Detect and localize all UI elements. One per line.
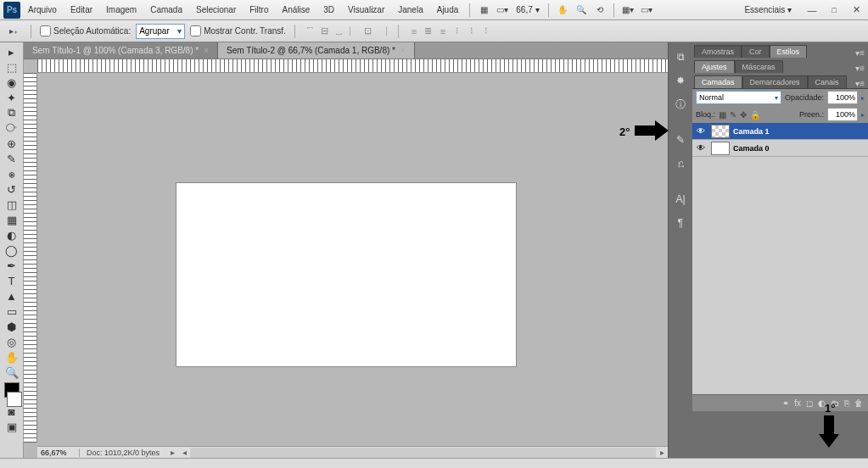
menu-analise[interactable]: Análise: [276, 3, 316, 17]
minimize-icon[interactable]: —: [804, 3, 820, 18]
scroll-left-icon[interactable]: ◂: [178, 448, 190, 457]
menu-ajuda[interactable]: Ajuda: [431, 3, 465, 17]
launch-bridge-icon[interactable]: ▦: [475, 3, 492, 18]
layer-name[interactable]: Camada 1: [733, 127, 770, 136]
auto-select-checkbox[interactable]: Seleção Automática:: [40, 25, 131, 36]
menu-visualizar[interactable]: Visualizar: [342, 3, 390, 17]
tab-close-icon[interactable]: ×: [204, 46, 209, 55]
scroll-right-icon[interactable]: ▸: [656, 448, 668, 457]
character-panel-icon[interactable]: A|: [671, 190, 690, 209]
eraser-tool[interactable]: ◫: [2, 197, 22, 212]
3d-camera-tool[interactable]: ◎: [2, 334, 22, 349]
dist-left-icon[interactable]: ⁝: [451, 25, 464, 38]
dist-hcenter-icon[interactable]: ⁝: [465, 25, 479, 38]
gradient-tool[interactable]: ▦: [2, 212, 22, 227]
healing-tool[interactable]: ⊕: [2, 136, 22, 151]
panel-menu-icon[interactable]: ▾≡: [852, 64, 868, 73]
tab-canais[interactable]: Canais: [808, 75, 847, 88]
dodge-tool[interactable]: ◯: [2, 242, 22, 258]
delete-layer-icon[interactable]: 🗑: [854, 398, 863, 408]
lock-position-icon[interactable]: ✥: [740, 110, 747, 120]
menu-3d[interactable]: 3D: [317, 3, 340, 17]
opacity-field[interactable]: 100%: [827, 91, 858, 104]
menu-janela[interactable]: Janela: [392, 3, 428, 17]
auto-select-check[interactable]: [40, 25, 51, 36]
canvas-viewport[interactable]: [24, 73, 668, 458]
doc-tab-1[interactable]: Sem Título-1 @ 100% (Camada 3, RGB/8) *×: [24, 42, 218, 58]
marquee-tool[interactable]: ⬚: [2, 59, 22, 75]
actions-panel-icon[interactable]: ✸: [671, 71, 690, 90]
zoom-field[interactable]: 66,67%: [37, 448, 80, 457]
show-transform-check[interactable]: [190, 25, 201, 36]
zoom-tool-icon[interactable]: 🔍: [573, 3, 590, 18]
wand-tool[interactable]: ✦: [2, 90, 22, 105]
lasso-tool[interactable]: ◉: [2, 75, 22, 90]
lock-pixels-icon[interactable]: ✎: [730, 110, 736, 120]
crop-tool[interactable]: ⧉: [2, 105, 22, 120]
history-panel-icon[interactable]: ⧉: [671, 47, 690, 66]
pen-tool[interactable]: ✒: [2, 258, 22, 273]
menu-filtro[interactable]: Filtro: [244, 3, 274, 17]
doc-info[interactable]: Doc: 1010,2K/0 bytes: [80, 448, 166, 457]
tab-estilos[interactable]: Estilos: [770, 45, 808, 58]
fill-field[interactable]: 100%: [827, 108, 858, 121]
info-panel-icon[interactable]: ⓘ: [671, 95, 690, 114]
layer-mask-icon[interactable]: ◻: [806, 398, 813, 408]
history-brush-tool[interactable]: ↺: [2, 181, 22, 197]
shape-tool[interactable]: ▭: [2, 304, 22, 319]
dist-top-icon[interactable]: ≡: [407, 25, 421, 38]
scrollbar-horizontal[interactable]: [190, 448, 656, 458]
screen-mode-icon[interactable]: ▭▾: [638, 3, 655, 18]
type-tool[interactable]: T: [2, 273, 22, 288]
blur-tool[interactable]: ◐: [2, 227, 22, 242]
dist-right-icon[interactable]: ⁝: [479, 25, 493, 38]
align-left-icon[interactable]: ⎸: [347, 25, 361, 38]
eyedropper-tool[interactable]: ⧂: [2, 120, 22, 136]
tab-close-icon[interactable]: ×: [400, 46, 406, 55]
menu-arquivo[interactable]: Arquivo: [22, 3, 63, 17]
new-layer-icon[interactable]: ⎘: [844, 398, 849, 408]
tab-cor[interactable]: Cor: [742, 45, 770, 58]
brushes-panel-icon[interactable]: ✎: [671, 131, 690, 149]
info-menu-icon[interactable]: ▸: [166, 448, 178, 457]
panel-menu-icon[interactable]: ▾≡: [852, 48, 868, 58]
brush-tool[interactable]: ✎: [2, 151, 22, 166]
align-right-icon[interactable]: ⎹: [376, 25, 389, 38]
tab-ajustes[interactable]: Ajustes: [694, 60, 735, 73]
tab-amostras[interactable]: Amostras: [694, 45, 742, 58]
tab-mascaras[interactable]: Máscaras: [735, 60, 783, 73]
auto-select-mode[interactable]: Agrupar: [136, 24, 185, 39]
background-color[interactable]: [7, 392, 22, 407]
workspace-switcher[interactable]: Essenciais ▾: [737, 3, 798, 16]
layer-name[interactable]: Camada 0: [733, 144, 770, 153]
tab-camadas[interactable]: Camadas: [694, 75, 742, 88]
stamp-tool[interactable]: ⎈: [2, 166, 22, 181]
visibility-icon[interactable]: 👁: [694, 126, 708, 136]
arrange-docs-icon[interactable]: ▦▾: [619, 3, 636, 18]
canvas[interactable]: [176, 183, 516, 366]
align-vcenter-icon[interactable]: ⊟: [318, 25, 332, 38]
align-bottom-icon[interactable]: ⎵: [333, 25, 346, 38]
menu-camada[interactable]: Camada: [144, 3, 188, 17]
path-select-tool[interactable]: ▲: [2, 288, 22, 304]
rotate-view-icon[interactable]: ⟲: [591, 3, 608, 18]
doc-tab-2[interactable]: Sem Título-2 @ 66,7% (Camada 1, RGB/8) *…: [218, 42, 415, 58]
opacity-arrow-icon[interactable]: ▸: [861, 94, 865, 102]
move-tool-icon[interactable]: ▸₊: [5, 24, 22, 39]
show-transform-checkbox[interactable]: Mostrar Contr. Transf.: [190, 25, 286, 36]
layer-row-camada-0[interactable]: 👁 Camada 0: [692, 140, 868, 157]
dist-bottom-icon[interactable]: ≡: [436, 25, 450, 38]
screenmode-tool[interactable]: ▣: [2, 419, 22, 434]
maximize-icon[interactable]: □: [826, 3, 843, 18]
link-layers-icon[interactable]: ⚭: [782, 398, 789, 408]
close-icon[interactable]: ✕: [848, 3, 865, 18]
menu-editar[interactable]: Editar: [64, 3, 98, 17]
hand-tool-icon[interactable]: ✋: [554, 3, 571, 18]
align-top-icon[interactable]: ⎴: [304, 25, 317, 38]
view-extras-icon[interactable]: ▭▾: [494, 3, 511, 18]
lock-transparency-icon[interactable]: ▦: [719, 110, 726, 120]
menu-imagem[interactable]: Imagem: [100, 3, 143, 17]
lock-all-icon[interactable]: 🔒: [750, 110, 760, 120]
layer-row-camada-1[interactable]: 👁 Camada 1: [692, 123, 868, 140]
visibility-icon[interactable]: 👁: [694, 143, 708, 153]
